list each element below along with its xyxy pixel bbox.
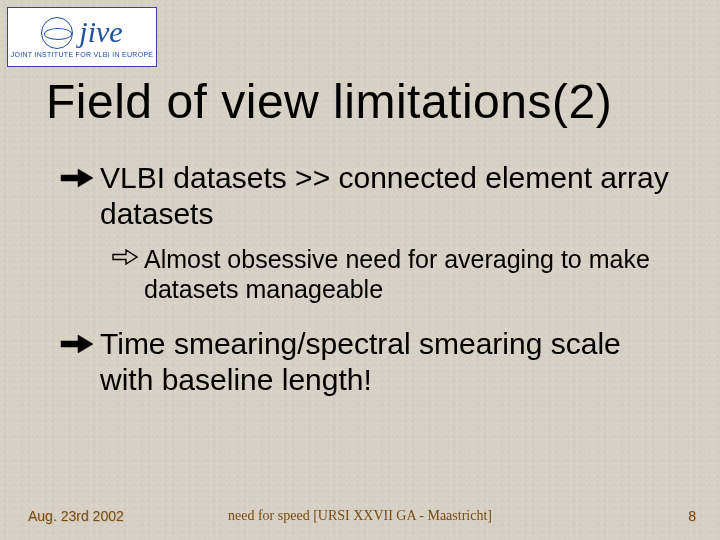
bullet-level1: VLBI datasets >> connected element array…	[60, 160, 680, 232]
slide-title: Field of view limitations(2)	[46, 74, 690, 129]
arrow-right-icon	[60, 166, 100, 190]
logo: jive JOINT INSTITUTE FOR VLBI IN EUROPE	[7, 7, 157, 67]
footer: Aug. 23rd 2002 need for speed [URSI XXVI…	[0, 504, 720, 524]
logo-top: jive	[41, 17, 122, 49]
slide-body: VLBI datasets >> connected element array…	[60, 160, 680, 410]
slide-number: 8	[688, 508, 696, 524]
logo-word: jive	[79, 17, 122, 49]
bullet-text: Time smearing/spectral smearing scale wi…	[100, 326, 680, 398]
arrow-right-icon	[112, 248, 144, 266]
footer-title: need for speed [URSI XXVII GA - Maastric…	[0, 508, 720, 524]
bullet-text: Almost obsessive need for averaging to m…	[144, 244, 680, 304]
bullet-text: VLBI datasets >> connected element array…	[100, 160, 680, 232]
bullet-level1: Time smearing/spectral smearing scale wi…	[60, 326, 680, 398]
bullet-level2: Almost obsessive need for averaging to m…	[112, 244, 680, 304]
logo-subtitle: JOINT INSTITUTE FOR VLBI IN EUROPE	[11, 51, 154, 58]
slide: jive JOINT INSTITUTE FOR VLBI IN EUROPE …	[0, 0, 720, 540]
arrow-right-icon	[60, 332, 100, 356]
orbit-icon	[41, 17, 73, 49]
